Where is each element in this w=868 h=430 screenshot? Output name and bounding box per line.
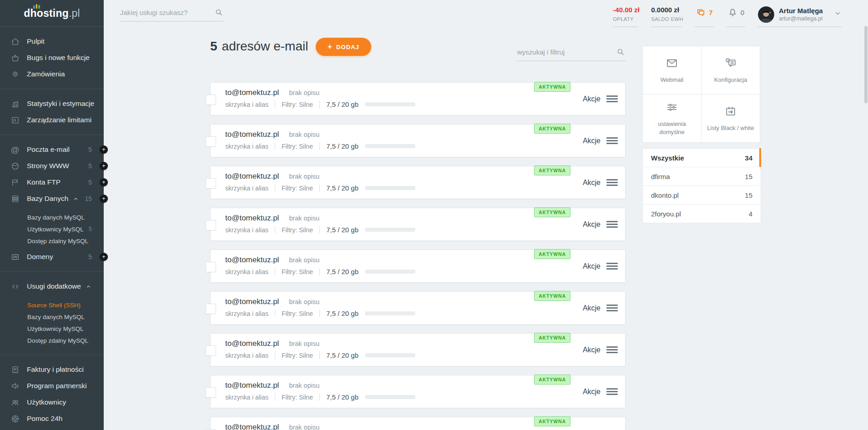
sidebar-item-statystyki-i-estymacje[interactable]: Statystyki i estymacje [0, 95, 104, 112]
row-actions-button[interactable]: Akcje [583, 334, 618, 366]
charges-value: -40.00 zł [613, 6, 638, 14]
filter-search[interactable] [516, 48, 626, 61]
sidebar-item-bugs-i-nowe-funkcje[interactable]: Bugs i nowe funkcje [0, 50, 104, 66]
sidebar-subitem-bazy-danych-mysql[interactable]: Bazy danych MySQL [0, 311, 104, 323]
sidebar-subitem-u-ytkownicy-mysql[interactable]: Użytkownicy MySQL [0, 323, 104, 335]
notifications-button[interactable]: 0 [727, 6, 745, 27]
charges-widget[interactable]: -40.00 zł OPŁATY [613, 6, 638, 27]
domain-filter-dfirma[interactable]: dfirma 15 [643, 167, 761, 185]
email-type: skrzynka i alias [225, 101, 268, 108]
divider [275, 226, 275, 234]
envelope-icon [665, 56, 679, 72]
sidebar-item-u-ytkownicy[interactable]: Użytkownicy [0, 394, 104, 410]
divider [319, 393, 320, 401]
email-address: to@tomektuz.pl [225, 214, 279, 223]
service-search-input[interactable] [119, 8, 212, 17]
sidebar-subitem-label: Użytkownicy MySQL [27, 226, 84, 233]
user-info: Artur Matlęga artur@matlega.pl [779, 7, 829, 22]
sidebar-item-domeny[interactable]: Domeny5+ [0, 249, 104, 265]
sidebar-item-program-partnerski[interactable]: Program partnerski [0, 378, 104, 394]
email-row: to@tomektuz.pl brak opisu skrzynka i ali… [210, 82, 626, 115]
sidebar-item-bazy-danych[interactable]: Bazy Danych15+ [0, 190, 104, 207]
domain-filter-dkonto-pl[interactable]: dkonto.pl 15 [643, 185, 761, 204]
sidebar-subitem-label: Dostęp zdalny MySQL [27, 238, 88, 245]
add-email-button[interactable]: + DODAJ [316, 38, 371, 56]
sidebar-item-strony-www[interactable]: Strony WWW5+ [0, 158, 104, 174]
chevron-up-icon [86, 284, 91, 290]
balance-widget[interactable]: 0.0000 zł SALDO EWH [651, 6, 682, 27]
logo[interactable]: dhosting .pl [0, 0, 104, 27]
sidebar-item-zarz-dzanie-limitami[interactable]: Zarządzanie limitami [0, 112, 104, 128]
row-actions-button[interactable]: Akcje [583, 375, 618, 408]
sidebar-subitem-dost-p-zdalny-mysql[interactable]: Dostęp zdalny MySQL [0, 335, 104, 346]
search-icon[interactable] [215, 8, 223, 18]
sidebar-subitem-count: 5 [89, 226, 92, 232]
divider [319, 310, 320, 317]
sidebar-subitem-dost-p-zdalny-mysql[interactable]: Dostęp zdalny MySQL [0, 235, 104, 247]
row-actions-button[interactable]: Akcje [583, 250, 618, 282]
row-checkbox[interactable] [206, 304, 216, 314]
row-checkbox[interactable] [206, 345, 216, 356]
domain-filter-wszystkie[interactable]: Wszystkie 34 [643, 149, 761, 167]
row-actions-button[interactable]: Akcje [583, 166, 618, 199]
row-checkbox[interactable] [206, 262, 216, 272]
service-search[interactable] [119, 8, 224, 22]
avatar [758, 6, 774, 23]
row-actions-button[interactable]: Akcje [583, 292, 618, 324]
divider [275, 184, 275, 192]
filter-search-input[interactable] [516, 48, 613, 56]
sidebar-item-poczta-e-mail[interactable]: @Poczta e-mail5+ [0, 141, 104, 158]
row-actions-button[interactable]: Akcje [583, 83, 618, 115]
email-filters: Filtry: Silne [282, 185, 313, 192]
row-checkbox[interactable] [206, 136, 216, 147]
row-actions-button[interactable]: Akcje [583, 417, 618, 430]
email-description: brak opisu [289, 424, 319, 430]
users-icon [10, 397, 20, 407]
chevron-down-icon [834, 10, 842, 19]
add-icon[interactable]: + [100, 162, 108, 170]
limits-icon [10, 115, 20, 125]
row-checkbox[interactable] [206, 95, 216, 105]
row-checkbox[interactable] [206, 387, 216, 398]
scrollbar-thumb[interactable] [864, 26, 868, 103]
row-actions-button[interactable]: Akcje [583, 208, 618, 240]
add-icon[interactable]: + [100, 145, 108, 154]
actions-label: Akcje [583, 220, 601, 229]
add-icon[interactable]: + [100, 195, 108, 203]
search-icon[interactable] [616, 48, 625, 58]
divider [319, 226, 320, 234]
sidebar-subitem-label: Użytkownicy MySQL [27, 325, 84, 332]
email-type: skrzynka i alias [225, 310, 268, 317]
add-icon[interactable]: + [100, 178, 108, 186]
sidebar-subitem-label: Bazy danych MySQL [27, 314, 85, 320]
row-actions-button[interactable]: Akcje [583, 125, 618, 157]
row-checkbox[interactable] [206, 220, 216, 230]
sidebar-item-usugi-dodatkowe[interactable]: Usugi dodatkowe [0, 278, 104, 295]
config-icon [724, 56, 737, 72]
user-menu[interactable]: Artur Matlęga artur@matlega.pl [758, 6, 842, 27]
charges-label: OPŁATY [613, 16, 638, 22]
code-icon [10, 281, 20, 291]
sidebar-subitem-source-shell-ssh[interactable]: Source Shell (SSH) [0, 299, 104, 311]
sidebar-item-count: 5 [88, 162, 92, 170]
sidebar-item-konta-ftp[interactable]: Konta FTP5+ [0, 174, 104, 190]
tile-listy-black-white[interactable]: Listy Black / white [701, 94, 760, 143]
email-usage: 7,5 / 20 gb [326, 142, 358, 150]
tile-webmail[interactable]: Webmail [642, 46, 701, 95]
add-icon[interactable]: + [100, 253, 108, 261]
tile-ustawienia-domy-lne[interactable]: ustawienia domyślne [642, 94, 701, 143]
email-filters: Filtry: Silne [282, 352, 313, 359]
sidebar-item-faktury-i-p-atno-ci[interactable]: Faktury i płatności [0, 361, 104, 378]
sidebar-subitem-bazy-danych-mysql[interactable]: Bazy danych MySQL [0, 211, 104, 223]
email-address: to@tomektuz.pl [225, 172, 279, 181]
domain-filter-2foryou-pl[interactable]: 2foryou.pl 4 [643, 204, 761, 223]
balance-label: SALDO EWH [651, 16, 682, 22]
sidebar-item-pomoc-24h[interactable]: Pomoc 24h [0, 410, 104, 427]
sidebar-subitem-u-ytkownicy-mysql[interactable]: Użytkownicy MySQL5 [0, 223, 104, 235]
sidebar-item-pulpit[interactable]: Pulpit [0, 33, 104, 50]
tile-konfiguracja[interactable]: Konfiguracja [701, 46, 760, 95]
email-address: to@tomektuz.pl [225, 339, 279, 348]
messages-button[interactable]: 7 [695, 6, 713, 27]
sidebar-item-zam-wienia[interactable]: Zamówienia [0, 66, 104, 82]
row-checkbox[interactable] [206, 178, 216, 189]
